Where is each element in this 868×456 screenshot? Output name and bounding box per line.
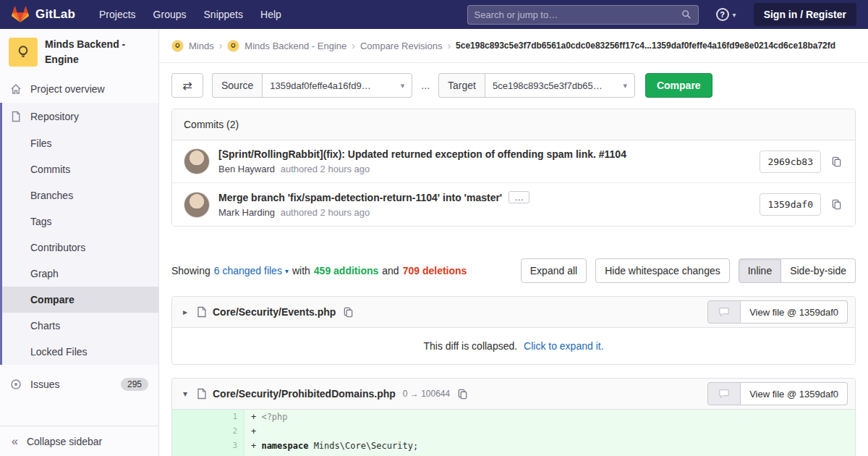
lightbulb-icon <box>174 43 181 49</box>
main-content: Minds › Minds Backend - Engine › Compare… <box>159 29 868 456</box>
sidebar-item-charts[interactable]: Charts <box>2 313 158 339</box>
old-line-number[interactable] <box>172 410 208 424</box>
file-path[interactable]: Core/Security/ProhibitedDomains.php <box>213 388 396 400</box>
expand-all-button[interactable]: Expand all <box>521 258 587 283</box>
brand-name[interactable]: GitLab <box>35 7 75 22</box>
sidebar-item-graph[interactable]: Graph <box>2 261 158 287</box>
breadcrumb-project[interactable]: Minds Backend - Engine <box>244 41 346 51</box>
commit-sha[interactable]: 2969cb83 <box>760 151 821 173</box>
commit-authored-time: authored 2 hours ago <box>281 207 370 218</box>
source-dropdown[interactable]: 1359daf0feffe4a16fd9… ▾ <box>262 73 412 98</box>
collapse-toggle-button[interactable]: ▾ <box>179 389 191 399</box>
new-line-number[interactable]: 4 <box>208 453 244 456</box>
diff-actions: Expand all Hide whitespace changes Inlin… <box>521 258 856 283</box>
comment-icon <box>718 389 730 399</box>
sidebar-item-contributors[interactable]: Contributors <box>2 235 158 261</box>
sign-in-button[interactable]: Sign in / Register <box>754 3 856 26</box>
breadcrumb-minds[interactable]: Minds <box>189 41 214 51</box>
collapse-toggle-button[interactable]: ▸ <box>179 307 191 317</box>
file-icon <box>197 388 207 400</box>
search-input[interactable] <box>475 9 677 20</box>
avatar[interactable] <box>184 148 210 174</box>
help-icon: ? <box>716 8 729 21</box>
collapse-sidebar-button[interactable]: « Collapse sidebar <box>0 426 158 456</box>
toggle-comments-button[interactable] <box>707 382 741 405</box>
target-label: Target <box>438 73 485 98</box>
sidebar-section-repository: Repository Files Commits Branches Tags C… <box>0 103 158 365</box>
search-box[interactable] <box>467 5 699 25</box>
sidebar-item-locked-files[interactable]: Locked Files <box>2 339 158 365</box>
swap-revisions-button[interactable]: ⇄ <box>171 73 203 98</box>
view-file-button[interactable]: View file @ 1359daf0 <box>741 382 848 405</box>
diff-line: 4 + <box>172 453 855 456</box>
commit-title[interactable]: Merge branch 'fix/spam-detection-return-… <box>218 192 502 203</box>
file-actions: View file @ 1359daf0 <box>707 300 848 324</box>
expand-diff-link[interactable]: Click to expand it. <box>524 340 604 352</box>
old-line-number[interactable] <box>172 453 208 456</box>
file-header: ▾ Core/Security/ProhibitedDomains.php 0 … <box>172 379 855 410</box>
commit-title[interactable]: [Sprint/RollingRabbit](fix): Updated ret… <box>218 148 626 160</box>
search-icon <box>681 9 692 20</box>
nav-groups[interactable]: Groups <box>145 4 195 25</box>
copy-file-path-button[interactable] <box>456 387 469 401</box>
old-line-number[interactable] <box>172 424 208 439</box>
issues-count-badge: 295 <box>121 378 148 391</box>
copy-file-path-button[interactable] <box>341 305 355 319</box>
copy-sha-button[interactable] <box>830 155 843 169</box>
view-file-button[interactable]: View file @ 1359daf0 <box>741 300 848 324</box>
chevron-right-icon: › <box>219 40 223 51</box>
chevron-right-icon: › <box>352 40 355 51</box>
new-line-number[interactable]: 3 <box>208 439 244 453</box>
home-icon <box>10 83 22 95</box>
target-dropdown[interactable]: 5ce198c893c5e3f7db65… ▾ <box>485 73 635 98</box>
diff-file-events-php: ▸ Core/Security/Events.php <box>171 296 856 365</box>
help-menu[interactable]: ? ▾ <box>716 8 736 21</box>
source-group: Source 1359daf0feffe4a16fd9… ▾ <box>212 73 412 98</box>
commit-sha[interactable]: 1359daf0 <box>760 193 821 216</box>
changed-files-dropdown[interactable]: 6 changed files ▾ <box>214 265 289 276</box>
repository-subnav: Files Commits Branches Tags Contributors… <box>2 130 158 365</box>
copy-icon <box>343 307 354 318</box>
breadcrumb-compare-revisions[interactable]: Compare Revisions <box>360 41 442 51</box>
chevron-down-icon: ▾ <box>401 81 405 90</box>
sidebar-item-compare[interactable]: Compare <box>2 287 158 313</box>
sidebar-item-issues[interactable]: Issues 295 <box>0 371 158 398</box>
commits-header: Commits (2) <box>172 109 855 140</box>
commit-row: [Sprint/RollingRabbit](fix): Updated ret… <box>172 140 855 182</box>
gitlab-home-link[interactable]: GitLab <box>12 6 75 23</box>
compare-button[interactable]: Compare <box>645 73 712 98</box>
minds-group-avatar <box>171 40 184 52</box>
old-line-number[interactable] <box>172 439 208 453</box>
sidebar-item-project-overview[interactable]: Project overview <box>0 75 158 103</box>
sidebar-item-branches[interactable]: Branches <box>2 182 158 208</box>
nav-projects[interactable]: Projects <box>91 4 144 25</box>
nav-help[interactable]: Help <box>252 4 289 25</box>
diff-code: +namespaceMinds\Core\Security; <box>244 439 855 453</box>
sidebar-item-files[interactable]: Files <box>2 130 158 156</box>
expand-commit-message-button[interactable]: … <box>509 191 529 203</box>
hide-whitespace-button[interactable]: Hide whitespace changes <box>595 258 730 283</box>
commit-author[interactable]: Mark Harding <box>218 207 275 218</box>
project-context-header[interactable]: Minds Backend - Engine <box>0 29 158 75</box>
lightbulb-icon <box>15 44 31 60</box>
nav-snippets[interactable]: Snippets <box>196 4 251 25</box>
sidebar-item-tags[interactable]: Tags <box>2 208 158 235</box>
toggle-comments-button[interactable] <box>707 300 741 324</box>
file-path[interactable]: Core/Security/Events.php <box>213 306 336 318</box>
copy-sha-button[interactable] <box>830 198 843 211</box>
sidebar-item-repository[interactable]: Repository <box>2 103 158 130</box>
project-sidebar: Minds Backend - Engine Project overview … <box>0 29 159 456</box>
avatar[interactable] <box>184 192 210 218</box>
summary-showing: Showing <box>171 265 210 276</box>
navbar-menu: Projects Groups Snippets Help <box>91 4 289 25</box>
additions-count: 459 additions <box>314 265 378 276</box>
new-line-number[interactable]: 2 <box>208 424 244 439</box>
inline-view-button[interactable]: Inline <box>739 258 781 283</box>
commit-author[interactable]: Ben Hayward <box>218 164 275 174</box>
php-code: Minds\Core\Security; <box>314 441 419 451</box>
php-open-tag: <?php <box>261 412 287 422</box>
side-by-side-view-button[interactable]: Side-by-side <box>781 258 856 283</box>
sidebar-item-commits[interactable]: Commits <box>2 156 158 182</box>
new-line-number[interactable]: 1 <box>208 410 244 424</box>
diff-line: 2 + <box>172 424 855 439</box>
